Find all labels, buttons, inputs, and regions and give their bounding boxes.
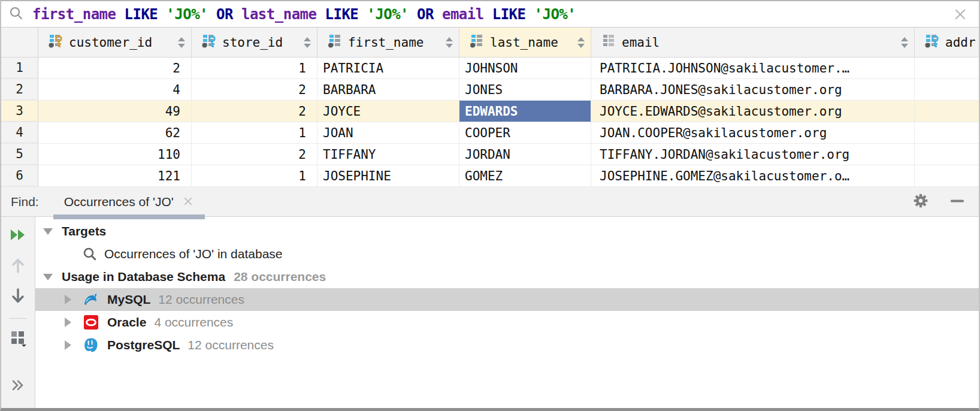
cell-address-id[interactable] (915, 144, 979, 165)
cell-customer-id[interactable]: 4 (38, 79, 192, 100)
filter-bar[interactable]: first_nameLIKE'JO%'ORlast_nameLIKE'JO%'O… (1, 1, 979, 28)
column-icon (469, 33, 485, 52)
sort-toggle-icon[interactable] (441, 37, 453, 48)
tree-node-usage-in-schema[interactable]: Usage in Database Schema 28 occurrences (35, 265, 979, 288)
cell-last-name[interactable]: JOHNSON (459, 58, 591, 78)
find-tab-title: Occurrences of 'JO' (64, 195, 174, 209)
settings-gear-icon[interactable] (912, 192, 930, 212)
tree-node-oracle[interactable]: Oracle 4 occurrences (35, 311, 979, 334)
cell-last-name-selected[interactable]: EDWARDS (459, 101, 591, 122)
column-header-store-id[interactable]: store_id (192, 28, 317, 57)
cell-last-name[interactable]: JORDAN (459, 144, 591, 165)
cell-first-name[interactable]: JOYCE (317, 101, 459, 122)
chevron-right-icon[interactable] (61, 318, 74, 327)
row-number[interactable]: 5 (1, 144, 38, 165)
search-icon (8, 5, 24, 23)
chevron-right-icon[interactable] (61, 340, 74, 350)
cell-email[interactable]: TIFFANY.JORDAN@sakilacustomer.org (591, 144, 915, 165)
cell-store-id[interactable]: 2 (192, 101, 317, 122)
database-name: PostgreSQL (107, 338, 180, 352)
sort-toggle-icon[interactable] (173, 37, 185, 48)
oracle-icon (83, 314, 99, 331)
query-token: LIKE (125, 6, 158, 23)
column-header-customer-id[interactable]: customer_id (38, 28, 192, 57)
datagrip-window: first_nameLIKE'JO%'ORlast_nameLIKE'JO%'O… (0, 0, 980, 411)
query-token: last_name (241, 6, 317, 23)
query-token: first_name (32, 6, 116, 23)
sort-toggle-icon[interactable] (573, 37, 585, 48)
cell-store-id[interactable]: 2 (192, 144, 317, 165)
column-header-label: customer_id (69, 35, 152, 50)
cell-address-id[interactable] (915, 165, 979, 186)
cell-first-name[interactable]: TIFFANY (317, 144, 459, 165)
tree-node-targets[interactable]: Targets (35, 220, 979, 243)
cell-address-id[interactable] (915, 122, 979, 143)
database-name: Oracle (107, 315, 146, 330)
cell-customer-id[interactable]: 2 (38, 58, 192, 78)
rerun-icon[interactable] (8, 225, 28, 244)
cell-first-name[interactable]: JOAN (317, 122, 459, 143)
column-header-label: first_name (348, 35, 424, 50)
sort-toggle-icon[interactable] (299, 37, 311, 48)
cell-first-name[interactable]: JOSEPHINE (317, 165, 459, 186)
cell-store-id[interactable]: 1 (192, 58, 317, 78)
cell-store-id[interactable]: 1 (192, 122, 317, 143)
row-number[interactable]: 3 (1, 101, 38, 122)
filter-query-input[interactable]: first_nameLIKE'JO%'ORlast_nameLIKE'JO%'O… (32, 6, 584, 23)
column-header-label: last_name (490, 35, 558, 50)
tree-node-mysql[interactable]: MySQL 12 occurrences (35, 288, 979, 311)
table-row: 5 110 2 TIFFANY JORDAN TIFFANY.JORDAN@sa… (1, 144, 979, 165)
expand-icon[interactable] (8, 376, 28, 395)
tree-node-label: Occurrences of 'JO' in database (104, 247, 283, 261)
chevron-down-icon[interactable] (41, 274, 55, 280)
cell-email[interactable]: PATRICIA.JOHNSON@sakilacustomer.… (591, 58, 915, 78)
row-number[interactable]: 2 (1, 79, 38, 100)
chevron-down-icon[interactable] (41, 228, 55, 235)
tree-node-postgresql[interactable]: PostgreSQL 12 occurrences (35, 334, 979, 356)
row-number[interactable]: 4 (1, 122, 38, 143)
tree-node-target-item[interactable]: Occurrences of 'JO' in database (35, 243, 979, 265)
column-header-email[interactable]: email (591, 28, 915, 57)
cell-email[interactable]: BARBARA.JONES@sakilacustomer.org (591, 79, 915, 100)
column-header-first-name[interactable]: first_name (317, 28, 459, 57)
query-token: 'JO%' (166, 6, 208, 23)
cell-store-id[interactable]: 2 (192, 79, 317, 100)
cell-customer-id[interactable]: 62 (38, 122, 192, 143)
column-header-last-name[interactable]: last_name (459, 28, 591, 57)
find-toolbar (1, 217, 35, 408)
cell-first-name[interactable]: PATRICIA (317, 58, 459, 78)
column-header-address-id[interactable]: addr (915, 28, 979, 57)
close-icon[interactable] (952, 7, 968, 25)
previous-occurrence-icon[interactable] (8, 256, 28, 275)
group-by-icon[interactable] (8, 328, 28, 347)
column-blue-key-icon (924, 33, 940, 52)
table-row-highlighted: 3 49 2 JOYCE EDWARDS JOYCE.EDWARDS@sakil… (1, 101, 979, 122)
cell-email[interactable]: JOSEPHINE.GOMEZ@sakilacustomer.o… (591, 165, 915, 186)
row-number[interactable]: 1 (1, 58, 38, 78)
toolbar-divider (9, 318, 27, 319)
find-tab-occurrences[interactable]: Occurrences of 'JO' (53, 187, 205, 216)
cell-last-name[interactable]: GOMEZ (459, 165, 591, 186)
hide-minimize-icon[interactable] (949, 192, 966, 211)
query-token: LIKE (492, 6, 526, 23)
cell-last-name[interactable]: JONES (459, 79, 591, 100)
cell-address-id[interactable] (915, 101, 979, 122)
column-header-label: store_id (222, 35, 283, 50)
cell-store-id[interactable]: 1 (192, 165, 317, 186)
row-number[interactable]: 6 (1, 165, 38, 186)
column-header-label: email (622, 35, 660, 50)
cell-address-id[interactable] (915, 58, 979, 78)
cell-email[interactable]: JOYCE.EDWARDS@sakilacustomer.org (591, 101, 915, 122)
tab-close-icon[interactable] (182, 195, 194, 210)
cell-customer-id[interactable]: 49 (38, 101, 192, 122)
next-occurrence-icon[interactable] (8, 286, 28, 306)
cell-customer-id[interactable]: 110 (38, 144, 192, 165)
cell-customer-id[interactable]: 121 (38, 165, 192, 186)
cell-last-name[interactable]: COOPER (459, 122, 591, 143)
chevron-right-icon[interactable] (61, 295, 74, 304)
cell-first-name[interactable]: BARBARA (317, 79, 459, 100)
cell-address-id[interactable] (915, 79, 979, 100)
sort-toggle-icon[interactable] (896, 37, 908, 48)
cell-email[interactable]: JOAN.COOPER@sakilacustomer.org (591, 122, 915, 143)
postgresql-icon (83, 337, 99, 353)
